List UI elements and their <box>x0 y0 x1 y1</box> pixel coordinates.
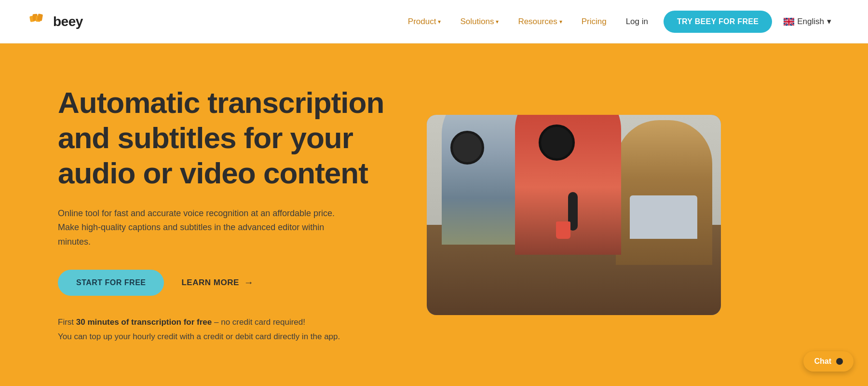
hero-title: Automatic transcription and subtitles fo… <box>58 85 395 191</box>
hero-image <box>427 115 721 315</box>
coffee-cup <box>556 221 570 239</box>
nav-pricing-label: Pricing <box>582 17 607 27</box>
nav-resources-label: Resources <box>518 17 557 27</box>
note-bold: 30 minutes of transcription for free <box>76 317 212 327</box>
hero-image-area <box>424 115 723 315</box>
hero-content: Automatic transcription and subtitles fo… <box>58 85 424 345</box>
chat-widget[interactable]: Chat <box>803 351 854 372</box>
learn-more-link[interactable]: LEARN MORE → <box>181 277 254 288</box>
image-bg <box>427 115 721 315</box>
login-link[interactable]: Log in <box>618 13 656 30</box>
resources-chevron-icon: ▾ <box>559 18 562 25</box>
logo-text: beey <box>53 14 83 29</box>
language-label: English <box>797 17 824 27</box>
hero-buttons: START FOR FREE LEARN MORE → <box>58 270 395 296</box>
language-selector[interactable]: English ▾ <box>776 13 839 30</box>
hero-subtitle: Online tool for fast and accurate voice … <box>58 207 357 249</box>
person-3 <box>616 120 712 265</box>
hero-subtitle-line2: Make high-quality captions and subtitles… <box>58 222 324 247</box>
headphone-2 <box>539 124 575 161</box>
headphone-1 <box>450 131 484 165</box>
hero-note: First 30 minutes of transcription for fr… <box>58 315 395 345</box>
navbar: beey Product ▾ Solutions ▾ Resources ▾ P… <box>0 0 868 43</box>
nav-solutions-label: Solutions <box>460 17 494 27</box>
nav-item-product[interactable]: Product ▾ <box>400 13 449 30</box>
nav-links: Product ▾ Solutions ▾ Resources ▾ Pricin… <box>400 11 839 33</box>
nav-item-resources[interactable]: Resources ▾ <box>510 13 570 30</box>
start-free-button[interactable]: START FOR FREE <box>58 270 164 296</box>
arrow-right-icon: → <box>244 277 254 288</box>
laptop <box>630 195 697 239</box>
flag-icon <box>784 18 794 26</box>
try-free-button[interactable]: TRY BEEY FOR FREE <box>664 11 772 33</box>
solutions-chevron-icon: ▾ <box>496 18 499 25</box>
product-chevron-icon: ▾ <box>438 18 441 25</box>
note-line2: You can top up your hourly credit with a… <box>58 332 340 341</box>
hero-subtitle-line1: Online tool for fast and accurate voice … <box>58 208 335 218</box>
chat-icon <box>836 358 843 365</box>
nav-item-pricing[interactable]: Pricing <box>574 13 614 30</box>
nav-product-label: Product <box>408 17 436 27</box>
note-suffix: – no credit card required! <box>212 317 305 327</box>
logo[interactable]: beey <box>29 12 83 31</box>
hero-section: Automatic transcription and subtitles fo… <box>0 43 868 386</box>
language-chevron-icon: ▾ <box>827 16 831 27</box>
note-prefix: First <box>58 317 76 327</box>
svg-rect-3 <box>37 14 43 21</box>
nav-item-solutions[interactable]: Solutions ▾ <box>452 13 506 30</box>
chat-label: Chat <box>814 357 831 366</box>
logo-icon <box>29 12 48 31</box>
learn-more-label: LEARN MORE <box>181 278 239 288</box>
